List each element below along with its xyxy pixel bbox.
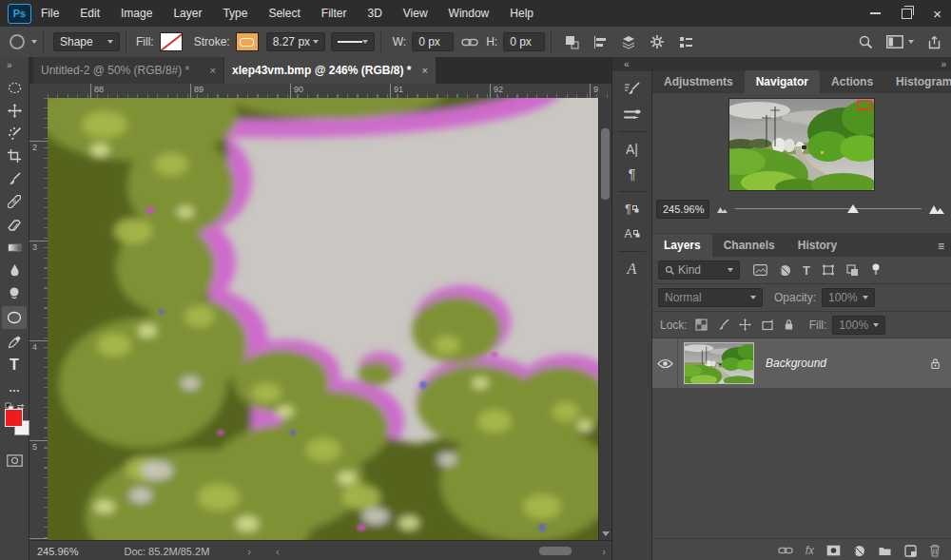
share-icon[interactable] <box>927 35 941 49</box>
glyphs-panel-icon[interactable]: A <box>612 257 651 281</box>
fill-input[interactable]: 100% <box>832 316 885 335</box>
delete-layer-trash-icon[interactable] <box>929 544 941 557</box>
search-icon[interactable] <box>858 34 873 49</box>
path-alignment-button[interactable] <box>586 30 614 53</box>
magic-wand-tool[interactable] <box>0 122 29 145</box>
tab-histogram[interactable]: Histogram <box>884 70 951 94</box>
lock-artboard-icon[interactable] <box>761 319 774 331</box>
filter-pixel-layers-icon[interactable] <box>753 264 767 276</box>
layer-name[interactable]: Background <box>766 357 826 370</box>
add-adjustment-layer-icon[interactable] <box>853 545 865 557</box>
menu-view[interactable]: View <box>403 7 428 20</box>
horizontal-ruler[interactable]: 88 89 90 91 92 9 <box>48 84 611 99</box>
workspace-switcher[interactable] <box>886 35 914 48</box>
gear-button[interactable] <box>643 30 671 53</box>
canvas[interactable] <box>48 98 598 540</box>
width-input[interactable]: 0 px <box>412 32 454 51</box>
character-panel-icon[interactable]: A| <box>612 137 651 162</box>
opacity-input[interactable]: 100% <box>822 288 875 307</box>
document-tab-active[interactable]: xlep43vm.bmp @ 246% (RGB/8) * × <box>224 57 436 84</box>
blend-mode-select[interactable]: Normal <box>658 288 763 307</box>
menu-edit[interactable]: Edit <box>80 7 100 20</box>
blur-tool[interactable] <box>0 259 29 281</box>
document-tab-inactive[interactable]: Untitled-2 @ 50% (RGB/8#) * × <box>33 57 223 84</box>
menu-3d[interactable]: 3D <box>367 7 381 20</box>
ellipse-shape-tool[interactable] <box>2 306 27 329</box>
tab-channels[interactable]: Channels <box>712 234 786 258</box>
filter-type-layers-icon[interactable]: T <box>803 263 810 278</box>
lock-all-icon[interactable] <box>784 319 794 331</box>
more-tools-button[interactable]: … <box>0 377 29 399</box>
filter-smart-objects-icon[interactable] <box>846 264 859 277</box>
tab-adjustments[interactable]: Adjustments <box>652 70 745 94</box>
link-dimensions-icon[interactable] <box>461 38 478 47</box>
collapse-panels-left-icon[interactable]: « <box>624 59 630 69</box>
minimize-button[interactable] <box>870 12 881 14</box>
eraser-tool[interactable] <box>0 213 29 236</box>
character-styles-panel-icon[interactable]: A <box>612 222 651 246</box>
toolbar-expand-button[interactable]: » <box>0 57 29 76</box>
zoom-level-field[interactable]: 245.96% <box>37 546 78 557</box>
layer-row-background[interactable]: Background <box>652 338 951 388</box>
lock-pixels-brush-icon[interactable] <box>717 319 729 331</box>
brushes-panel-icon[interactable] <box>612 102 651 126</box>
paragraph-styles-panel-icon[interactable]: ¶ <box>612 197 651 222</box>
menu-select[interactable]: Select <box>268 7 300 20</box>
close-button[interactable]: × <box>933 6 941 22</box>
fill-swatch[interactable] <box>160 32 183 51</box>
stroke-width-input[interactable]: 8.27 px <box>266 32 325 51</box>
foreground-color-swatch[interactable] <box>5 409 23 427</box>
tool-preset-picker[interactable] <box>8 32 37 51</box>
zoom-in-mountains-icon[interactable] <box>929 204 944 214</box>
menu-type[interactable]: Type <box>223 7 247 20</box>
ps-logo[interactable]: Ps <box>8 4 31 24</box>
collapse-panels-right-icon[interactable]: » <box>941 59 946 69</box>
restore-button[interactable] <box>902 9 912 19</box>
zoom-out-mountains-icon[interactable] <box>717 206 728 213</box>
constrain-toggle-button[interactable] <box>671 30 700 53</box>
layer-locked-icon[interactable] <box>930 357 941 370</box>
vertical-ruler[interactable]: 2 3 4 5 6 <box>29 98 49 540</box>
status-menu-chevron[interactable]: › <box>247 546 251 557</box>
ruler-corner[interactable] <box>29 84 49 99</box>
tab-layers[interactable]: Layers <box>652 234 712 258</box>
layer-visibility-eye-icon[interactable] <box>657 358 673 369</box>
tab-actions[interactable]: Actions <box>820 70 884 94</box>
path-arrangement-button[interactable] <box>614 30 643 53</box>
tool-mode-select[interactable]: Shape <box>53 32 120 51</box>
layer-filter-select[interactable]: Kind <box>658 261 740 280</box>
scroll-right-arrow[interactable]: › <box>602 546 606 557</box>
menu-filter[interactable]: Filter <box>321 7 347 20</box>
scroll-down-arrow-icon[interactable] <box>602 531 610 536</box>
navigator-zoom-slider[interactable] <box>735 203 922 216</box>
lock-transparency-icon[interactable] <box>695 319 708 331</box>
layer-thumbnail[interactable] <box>684 342 754 384</box>
scroll-left-arrow[interactable]: ‹ <box>276 546 280 557</box>
height-input[interactable]: 0 px <box>503 32 545 51</box>
eyedropper-tool[interactable] <box>0 331 29 354</box>
menu-file[interactable]: File <box>41 7 59 20</box>
new-group-folder-icon[interactable] <box>878 546 892 556</box>
move-tool[interactable] <box>0 99 29 122</box>
menu-image[interactable]: Image <box>121 7 152 20</box>
add-layer-mask-icon[interactable] <box>826 545 841 556</box>
link-layers-icon[interactable] <box>778 547 793 554</box>
gradient-tool[interactable] <box>0 236 29 259</box>
panel-menu-icon[interactable]: ≡ <box>938 240 944 253</box>
tab-navigator[interactable]: Navigator <box>745 70 820 94</box>
elliptical-marquee-tool[interactable] <box>0 76 29 99</box>
filter-adjustment-layers-icon[interactable] <box>779 264 791 277</box>
quick-mask-button[interactable] <box>0 449 29 472</box>
healing-brush-tool[interactable] <box>0 190 29 213</box>
paragraph-panel-icon[interactable]: ¶ <box>612 162 651 186</box>
vertical-scrollbar[interactable] <box>598 98 612 540</box>
lock-position-icon[interactable] <box>739 319 751 331</box>
type-tool[interactable]: T <box>0 354 29 377</box>
crop-tool[interactable] <box>0 145 29 167</box>
menu-help[interactable]: Help <box>510 7 534 20</box>
filter-shape-layers-icon[interactable] <box>822 264 835 276</box>
horizontal-scrollbar-thumb[interactable] <box>539 547 572 555</box>
brush-tool[interactable] <box>0 167 29 190</box>
filter-toggle-pin-icon[interactable] <box>872 263 880 277</box>
tab-history[interactable]: History <box>786 234 848 258</box>
